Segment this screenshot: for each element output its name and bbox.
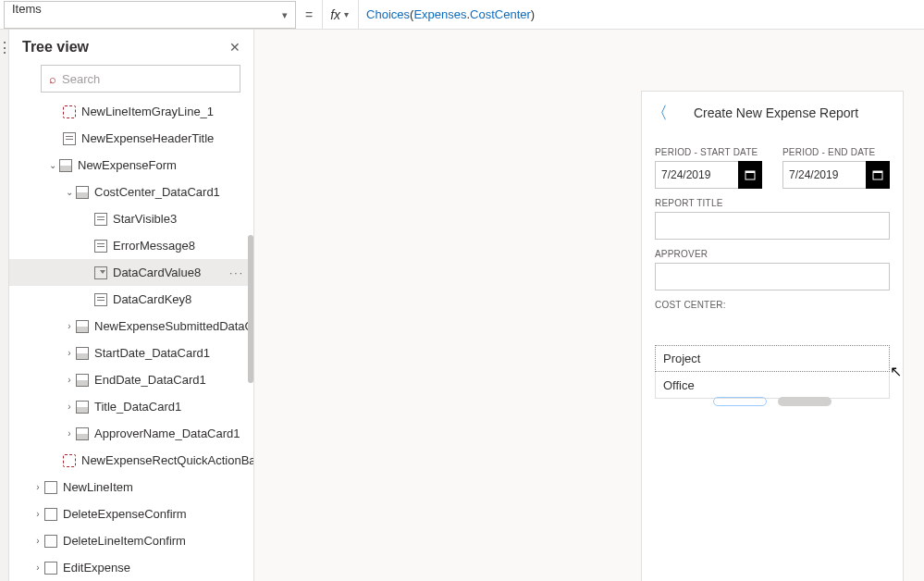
tree-node-headertitle[interactable]: NewExpenseHeaderTitle	[9, 125, 253, 152]
node-label: EditExpense	[63, 561, 130, 575]
svg-rect-3	[873, 171, 882, 173]
tree-node-approver[interactable]: › ApproverName_DataCard1	[9, 420, 253, 447]
tree-node-form[interactable]: ⌄ NewExpenseForm	[9, 152, 253, 179]
node-label: NewLineItemGrayLine_1	[81, 105, 214, 118]
formula-input[interactable]: Choices ( Expenses . CostCenter )	[358, 0, 924, 29]
tree-node-titlecard[interactable]: › Title_DataCard1	[9, 393, 253, 420]
chevron-down-icon: ▾	[344, 9, 349, 19]
dropdown-option-project[interactable]: Project	[655, 345, 890, 372]
tree-node-newline[interactable]: › NewLineItem	[9, 474, 253, 501]
node-label: NewExpenseForm	[78, 158, 177, 172]
calendar-icon[interactable]	[866, 161, 890, 189]
screen-icon	[44, 508, 57, 521]
cursor-icon: ↖	[890, 363, 902, 380]
tree-node-submitted[interactable]: › NewExpenseSubmittedDataCard1	[9, 313, 253, 340]
approver-input[interactable]	[655, 263, 890, 290]
option-label: Office	[663, 378, 695, 392]
search-icon: ⌕	[49, 72, 56, 86]
node-label: DeleteLineItemConfirm	[63, 534, 186, 548]
formula-token-fn: Expenses	[413, 7, 466, 21]
fx-button[interactable]: fx ▾	[322, 0, 358, 29]
datacard-icon	[76, 320, 89, 333]
expander-closed-icon[interactable]: ›	[31, 536, 44, 546]
tree-title: Tree view	[22, 39, 89, 56]
node-label: NewExpenseHeaderTitle	[81, 131, 214, 145]
node-label: StarVisible3	[113, 212, 177, 226]
node-label: CostCenter_DataCard1	[94, 185, 220, 199]
expander-closed-icon[interactable]: ›	[63, 348, 76, 358]
node-label: NewExpenseSubmittedDataCard1	[94, 319, 253, 333]
datacard-icon	[76, 427, 89, 440]
expander-open-icon[interactable]: ⌄	[46, 160, 59, 170]
option-label: Project	[663, 352, 700, 365]
more-icon[interactable]: ···	[229, 266, 244, 279]
label-icon	[63, 132, 76, 145]
node-label: StartDate_DataCard1	[94, 346, 210, 360]
tree-node-editexp[interactable]: › EditExpense	[9, 554, 253, 581]
fx-label: fx	[330, 7, 340, 22]
datacard-icon	[76, 347, 89, 360]
tree-node-delline[interactable]: › DeleteLineItemConfirm	[9, 527, 253, 554]
screen-title: Create New Expense Report	[675, 105, 893, 120]
tree-node-enddate[interactable]: › EndDate_DataCard1	[9, 366, 253, 393]
expander-closed-icon[interactable]: ›	[31, 509, 44, 519]
shape-icon	[63, 454, 76, 467]
expander-closed-icon[interactable]: ›	[31, 482, 44, 492]
node-label: EndDate_DataCard1	[94, 373, 206, 387]
property-value: Items	[12, 2, 42, 16]
datacard-icon	[76, 401, 89, 414]
tree-node-delexp[interactable]: › DeleteExpenseConfirm	[9, 501, 253, 527]
label-report-title: REPORT TITLE	[655, 198, 890, 208]
close-icon[interactable]: ✕	[229, 40, 240, 55]
node-label: DataCardKey8	[113, 292, 191, 306]
left-rail[interactable]: ⋮	[0, 30, 9, 581]
label-icon	[94, 240, 107, 253]
equals-sign: =	[296, 0, 322, 29]
shape-icon	[63, 105, 76, 118]
expander-open-icon[interactable]: ⌄	[63, 187, 76, 197]
tree-node-dck[interactable]: DataCardKey8	[9, 286, 253, 313]
expander-closed-icon[interactable]: ›	[63, 428, 76, 439]
screen-icon	[44, 535, 57, 548]
label-icon	[94, 213, 107, 226]
screen-icon	[44, 481, 57, 494]
expander-closed-icon[interactable]: ›	[31, 562, 44, 573]
expander-closed-icon[interactable]: ›	[63, 402, 76, 412]
tree-node-dcv[interactable]: DataCardValue8 ···	[9, 259, 253, 286]
end-date-input[interactable]: 7/24/2019	[782, 161, 890, 189]
property-dropdown[interactable]: Items ▾	[4, 1, 296, 29]
tree-node-err[interactable]: ErrorMessage8	[9, 232, 253, 259]
tree-view-pane: Tree view ✕ ⌕ Search NewLineItemGrayLine…	[9, 30, 254, 581]
datacard-icon	[76, 374, 89, 387]
cost-center-dropdown[interactable]: Project Office	[655, 345, 890, 399]
node-label: DeleteExpenseConfirm	[63, 507, 187, 521]
back-icon[interactable]: 〈	[651, 102, 668, 124]
node-label: NewLineItem	[63, 480, 133, 494]
label-icon	[94, 293, 107, 306]
scrollbar-thumb[interactable]	[248, 235, 253, 383]
datacard-icon	[76, 186, 89, 199]
tree-node-star[interactable]: StarVisible3	[9, 205, 253, 232]
label-period-start: PERIOD - START DATE	[655, 147, 762, 157]
formula-token: )	[531, 7, 535, 21]
tree-node-grayline[interactable]: NewLineItemGrayLine_1	[9, 98, 253, 125]
search-placeholder: Search	[62, 72, 100, 86]
formula-token-fn: CostCenter	[470, 7, 531, 21]
search-input[interactable]: ⌕ Search	[41, 65, 240, 93]
report-title-input[interactable]	[655, 212, 890, 240]
formula-bar: Items ▾ = fx ▾ Choices ( Expenses . Cost…	[0, 0, 924, 30]
canvas[interactable]: 〈 Create New Expense Report PERIOD - STA…	[254, 30, 924, 581]
tree-node-cc-card[interactable]: ⌄ CostCenter_DataCard1	[9, 179, 253, 205]
expander-closed-icon[interactable]: ›	[63, 321, 76, 331]
node-label: Title_DataCard1	[94, 400, 181, 414]
combobox-icon	[94, 266, 107, 279]
start-date-input[interactable]: 7/24/2019	[655, 161, 762, 189]
tree-node-startdate[interactable]: › StartDate_DataCard1	[9, 340, 253, 366]
dropdown-option-office[interactable]: Office	[655, 372, 890, 399]
tree-node-rectbar[interactable]: NewExpenseRectQuickActionBar1	[9, 447, 253, 474]
end-date-value: 7/24/2019	[782, 161, 866, 189]
svg-rect-1	[745, 171, 755, 173]
calendar-icon[interactable]	[738, 161, 762, 189]
expander-closed-icon[interactable]: ›	[63, 375, 76, 385]
node-label: ErrorMessage8	[113, 239, 195, 253]
